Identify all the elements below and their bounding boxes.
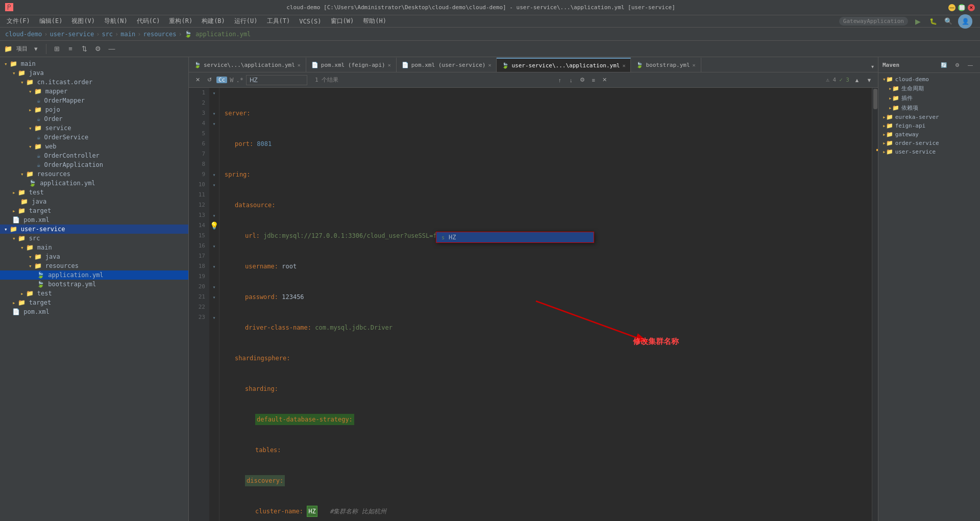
tree-item-target1[interactable]: ▸ 📁 target — [0, 206, 188, 215]
settings-button[interactable]: ⚙ — [92, 43, 104, 55]
tree-item-bootstrap[interactable]: 🍃 bootstrap.yml — [0, 280, 188, 289]
tab-close-3[interactable]: ✕ — [488, 62, 491, 68]
tree-item-mapper[interactable]: ▾ 📁 mapper — [0, 87, 188, 96]
menu-file[interactable]: 文件(F) — [3, 16, 34, 27]
maven-deps[interactable]: ▸📁 依赖项 — [878, 103, 980, 113]
expand-button[interactable]: ▲ — [852, 76, 862, 85]
tab-bootstrap[interactable]: 🍃 bootstrap.yml ✕ — [631, 58, 701, 72]
close-button[interactable]: ✕ — [968, 4, 975, 11]
tree-item-app-yml2-selected[interactable]: 🍃 application.yml — [0, 270, 188, 280]
tab-close-4[interactable]: ✕ — [622, 63, 625, 68]
run-button[interactable]: ▶ — [912, 16, 923, 27]
search-options-button[interactable]: ⚙ — [578, 76, 587, 85]
tree-item-order[interactable]: ☕ Order — [0, 114, 188, 123]
tree-item-main2[interactable]: ▾ 📁 main — [0, 243, 188, 252]
maven-settings-button[interactable]: ⚙ — [951, 59, 963, 70]
breadcrumb-item[interactable]: cloud-demo — [5, 31, 42, 38]
search-filter-button[interactable]: ≡ — [589, 76, 598, 85]
whole-word-toggle[interactable]: W — [230, 77, 233, 84]
search-up-button[interactable]: ↑ — [555, 76, 565, 85]
autocomplete-item-1[interactable]: s HZ — [436, 232, 594, 242]
collapse-button[interactable]: ▼ — [865, 76, 874, 85]
cluster-name-value[interactable]: HZ — [307, 506, 317, 517]
tree-item-src[interactable]: ▾ 📁 src — [0, 234, 188, 243]
tab-pom-feign[interactable]: 📄 pom.xml (feign-api) ✕ — [306, 58, 397, 72]
maximize-button[interactable]: ⬜ — [958, 4, 965, 11]
maven-lifecycle[interactable]: ▸📁 生命周期 — [878, 84, 980, 93]
tree-item-order-service[interactable]: ☕ OrderService — [0, 133, 188, 142]
menu-refactor[interactable]: 重构(R) — [165, 16, 197, 27]
tree-item-test2[interactable]: ▸ 📁 test — [0, 289, 188, 298]
menu-view[interactable]: 视图(V) — [67, 16, 99, 27]
breadcrumb-item[interactable]: main — [120, 31, 135, 38]
project-view-button[interactable]: 📁 — [3, 43, 14, 55]
scrollbar-thumb[interactable] — [873, 89, 877, 109]
tab-close-5[interactable]: ✕ — [693, 62, 696, 68]
tree-item-java2[interactable]: ▾ 📁 java — [0, 252, 188, 261]
tree-item-pojo[interactable]: ▸ 📁 pojo — [0, 105, 188, 114]
menu-run[interactable]: 运行(U) — [230, 16, 262, 27]
tree-item-pom1[interactable]: 📄 pom.xml — [0, 215, 188, 225]
regex-toggle[interactable]: .* — [236, 77, 243, 84]
maven-eureka[interactable]: ▸📁 eureka-server — [878, 113, 980, 121]
tree-item-order-application[interactable]: ☕ OrderApplication — [0, 160, 188, 169]
menu-code[interactable]: 代码(C) — [133, 16, 164, 27]
search-close-x-button[interactable]: ✕ — [600, 76, 609, 85]
tree-item-resources2[interactable]: ▾ 📁 resources — [0, 261, 188, 270]
menu-navigate[interactable]: 导航(N) — [100, 16, 132, 27]
menu-edit[interactable]: 编辑(E) — [35, 16, 67, 27]
tree-item-order-controller[interactable]: ☕ OrderController — [0, 151, 188, 160]
maven-close-button[interactable]: — — [965, 59, 976, 70]
case-sensitive-toggle[interactable]: Cc — [216, 77, 227, 83]
menu-window[interactable]: 窗口(W) — [327, 16, 358, 27]
tab-menu-button[interactable]: ▾ — [867, 61, 878, 72]
search-undo-button[interactable]: ↺ — [205, 76, 214, 85]
breadcrumb-item[interactable]: user-service — [50, 31, 94, 38]
tree-item-web[interactable]: ▾ 📁 web — [0, 142, 188, 151]
autocomplete-popup[interactable]: s HZ — [436, 232, 594, 243]
maven-refresh-button[interactable]: 🔄 — [938, 59, 949, 70]
user-avatar[interactable]: 👤 — [958, 14, 972, 29]
tree-item-java1[interactable]: ▾ 📁 java — [0, 68, 188, 78]
tree-item-app-yml1[interactable]: 🍃 application.yml — [0, 179, 188, 188]
tree-item-order-mapper[interactable]: ☕ OrderMapper — [0, 96, 188, 105]
breadcrumb-item[interactable]: 🍃 application.yml — [184, 31, 251, 38]
code-content[interactable]: server: port: 8081 spring: datasource: u… — [219, 88, 872, 521]
tree-item-user-service[interactable]: ▾ 📁 user-service — [0, 225, 188, 234]
search-everywhere-button[interactable]: 🔍 — [943, 16, 954, 27]
maven-cloud-demo[interactable]: ▾📁 cloud-demo — [878, 75, 980, 84]
tree-item-test1[interactable]: ▸ 📁 test — [0, 188, 188, 197]
tree-item-cn-itcast[interactable]: ▾ 📁 cn.itcast.order — [0, 78, 188, 87]
debug-button[interactable]: 🐛 — [927, 16, 939, 27]
tree-item-pom2[interactable]: 📄 pom.xml — [0, 307, 188, 316]
search-input[interactable] — [246, 75, 307, 85]
menu-vcs[interactable]: VCS(S) — [295, 17, 325, 26]
tab-user-app-yml-active[interactable]: 🍃 user-service\...\application.yml ✕ — [497, 58, 631, 72]
breadcrumb-item[interactable]: src — [102, 31, 113, 38]
maven-feign[interactable]: ▸📁 feign-api — [878, 121, 980, 130]
tree-item-service[interactable]: ▾ 📁 service — [0, 123, 188, 133]
tab-close-2[interactable]: ✕ — [388, 62, 391, 68]
toolbar-btn-minus[interactable]: — — [106, 43, 117, 55]
run-config-selector[interactable]: GatewayApplication — [839, 17, 908, 26]
toolbar-btn-3[interactable]: ⇅ — [79, 43, 90, 55]
search-down-button[interactable]: ↓ — [567, 76, 576, 85]
tab-service-app-yml[interactable]: 🍃 service\...\application.yml ✕ — [189, 58, 306, 72]
tab-pom-user[interactable]: 📄 pom.xml (user-service) ✕ — [397, 58, 497, 72]
minimize-button[interactable]: — — [948, 4, 955, 11]
menu-build[interactable]: 构建(B) — [198, 16, 229, 27]
search-close-button[interactable]: ✕ — [193, 76, 202, 85]
tree-item-main[interactable]: ▾ 📁 main — [0, 59, 188, 68]
toolbar-btn-1[interactable]: ⊞ — [51, 43, 62, 55]
toolbar-dropdown[interactable]: ▾ — [30, 43, 41, 55]
maven-user[interactable]: ▸📁 user-service — [878, 147, 980, 156]
menu-help[interactable]: 帮助(H) — [359, 16, 390, 27]
toolbar-btn-2[interactable]: ≡ — [65, 43, 76, 55]
scrollbar-track[interactable] — [872, 88, 878, 521]
breadcrumb-item[interactable]: resources — [143, 31, 176, 38]
maven-order[interactable]: ▸📁 order-service — [878, 139, 980, 147]
tab-close-1[interactable]: ✕ — [298, 62, 301, 68]
maven-plugins[interactable]: ▸📁 插件 — [878, 93, 980, 103]
menu-tools[interactable]: 工具(T) — [263, 16, 295, 27]
tree-item-target2[interactable]: ▸ 📁 target — [0, 298, 188, 307]
